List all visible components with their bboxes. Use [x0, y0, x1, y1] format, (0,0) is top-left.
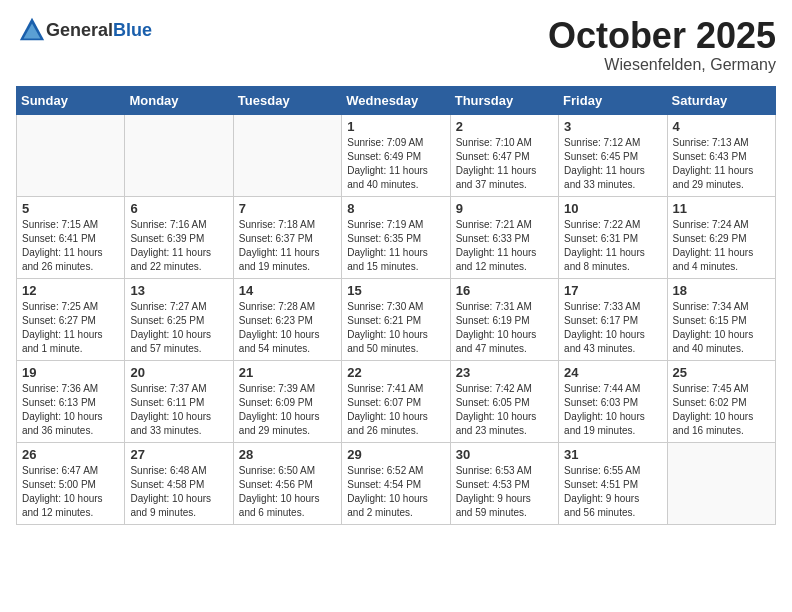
- day-number: 26: [22, 447, 119, 462]
- day-number: 30: [456, 447, 553, 462]
- day-number: 14: [239, 283, 336, 298]
- calendar-cell: 2Sunrise: 7:10 AMSunset: 6:47 PMDaylight…: [450, 114, 558, 196]
- day-number: 5: [22, 201, 119, 216]
- weekday-header-thursday: Thursday: [450, 86, 558, 114]
- day-info: Sunrise: 7:31 AMSunset: 6:19 PMDaylight:…: [456, 300, 553, 356]
- day-info: Sunrise: 7:34 AMSunset: 6:15 PMDaylight:…: [673, 300, 770, 356]
- day-number: 22: [347, 365, 444, 380]
- day-number: 29: [347, 447, 444, 462]
- day-info: Sunrise: 7:12 AMSunset: 6:45 PMDaylight:…: [564, 136, 661, 192]
- calendar-cell: 17Sunrise: 7:33 AMSunset: 6:17 PMDayligh…: [559, 278, 667, 360]
- weekday-header-tuesday: Tuesday: [233, 86, 341, 114]
- day-number: 21: [239, 365, 336, 380]
- calendar-week-row: 19Sunrise: 7:36 AMSunset: 6:13 PMDayligh…: [17, 360, 776, 442]
- day-info: Sunrise: 7:18 AMSunset: 6:37 PMDaylight:…: [239, 218, 336, 274]
- calendar-cell: 16Sunrise: 7:31 AMSunset: 6:19 PMDayligh…: [450, 278, 558, 360]
- day-number: 24: [564, 365, 661, 380]
- day-number: 18: [673, 283, 770, 298]
- calendar-week-row: 1Sunrise: 7:09 AMSunset: 6:49 PMDaylight…: [17, 114, 776, 196]
- day-number: 10: [564, 201, 661, 216]
- calendar-cell: 10Sunrise: 7:22 AMSunset: 6:31 PMDayligh…: [559, 196, 667, 278]
- day-info: Sunrise: 6:50 AMSunset: 4:56 PMDaylight:…: [239, 464, 336, 520]
- day-info: Sunrise: 7:41 AMSunset: 6:07 PMDaylight:…: [347, 382, 444, 438]
- calendar-cell: [667, 442, 775, 524]
- calendar-cell: 11Sunrise: 7:24 AMSunset: 6:29 PMDayligh…: [667, 196, 775, 278]
- month-title: October 2025: [548, 16, 776, 56]
- day-number: 12: [22, 283, 119, 298]
- title-section: October 2025 Wiesenfelden, Germany: [548, 16, 776, 74]
- calendar-cell: [233, 114, 341, 196]
- calendar-cell: 4Sunrise: 7:13 AMSunset: 6:43 PMDaylight…: [667, 114, 775, 196]
- day-number: 15: [347, 283, 444, 298]
- day-number: 4: [673, 119, 770, 134]
- calendar-cell: 18Sunrise: 7:34 AMSunset: 6:15 PMDayligh…: [667, 278, 775, 360]
- weekday-header-monday: Monday: [125, 86, 233, 114]
- calendar-cell: 14Sunrise: 7:28 AMSunset: 6:23 PMDayligh…: [233, 278, 341, 360]
- calendar-cell: 12Sunrise: 7:25 AMSunset: 6:27 PMDayligh…: [17, 278, 125, 360]
- day-info: Sunrise: 7:30 AMSunset: 6:21 PMDaylight:…: [347, 300, 444, 356]
- day-info: Sunrise: 7:36 AMSunset: 6:13 PMDaylight:…: [22, 382, 119, 438]
- day-number: 8: [347, 201, 444, 216]
- calendar-cell: 6Sunrise: 7:16 AMSunset: 6:39 PMDaylight…: [125, 196, 233, 278]
- calendar-cell: 1Sunrise: 7:09 AMSunset: 6:49 PMDaylight…: [342, 114, 450, 196]
- calendar-cell: 26Sunrise: 6:47 AMSunset: 5:00 PMDayligh…: [17, 442, 125, 524]
- weekday-header-saturday: Saturday: [667, 86, 775, 114]
- calendar-cell: 9Sunrise: 7:21 AMSunset: 6:33 PMDaylight…: [450, 196, 558, 278]
- day-info: Sunrise: 6:52 AMSunset: 4:54 PMDaylight:…: [347, 464, 444, 520]
- weekday-header-friday: Friday: [559, 86, 667, 114]
- calendar-table: SundayMondayTuesdayWednesdayThursdayFrid…: [16, 86, 776, 525]
- day-info: Sunrise: 7:37 AMSunset: 6:11 PMDaylight:…: [130, 382, 227, 438]
- calendar-cell: 3Sunrise: 7:12 AMSunset: 6:45 PMDaylight…: [559, 114, 667, 196]
- weekday-header-sunday: Sunday: [17, 86, 125, 114]
- day-number: 27: [130, 447, 227, 462]
- day-info: Sunrise: 7:09 AMSunset: 6:49 PMDaylight:…: [347, 136, 444, 192]
- calendar-cell: 8Sunrise: 7:19 AMSunset: 6:35 PMDaylight…: [342, 196, 450, 278]
- day-number: 9: [456, 201, 553, 216]
- day-info: Sunrise: 7:44 AMSunset: 6:03 PMDaylight:…: [564, 382, 661, 438]
- logo-general: General: [46, 20, 113, 40]
- day-number: 16: [456, 283, 553, 298]
- day-info: Sunrise: 7:21 AMSunset: 6:33 PMDaylight:…: [456, 218, 553, 274]
- day-number: 17: [564, 283, 661, 298]
- day-number: 20: [130, 365, 227, 380]
- weekday-header-wednesday: Wednesday: [342, 86, 450, 114]
- day-info: Sunrise: 7:22 AMSunset: 6:31 PMDaylight:…: [564, 218, 661, 274]
- day-number: 28: [239, 447, 336, 462]
- calendar-cell: 27Sunrise: 6:48 AMSunset: 4:58 PMDayligh…: [125, 442, 233, 524]
- calendar-cell: 7Sunrise: 7:18 AMSunset: 6:37 PMDaylight…: [233, 196, 341, 278]
- calendar-cell: 15Sunrise: 7:30 AMSunset: 6:21 PMDayligh…: [342, 278, 450, 360]
- day-info: Sunrise: 7:33 AMSunset: 6:17 PMDaylight:…: [564, 300, 661, 356]
- logo: GeneralBlue: [16, 16, 152, 44]
- day-number: 13: [130, 283, 227, 298]
- day-info: Sunrise: 7:42 AMSunset: 6:05 PMDaylight:…: [456, 382, 553, 438]
- calendar-cell: 23Sunrise: 7:42 AMSunset: 6:05 PMDayligh…: [450, 360, 558, 442]
- day-number: 7: [239, 201, 336, 216]
- page-header: GeneralBlue October 2025 Wiesenfelden, G…: [16, 16, 776, 74]
- day-number: 19: [22, 365, 119, 380]
- logo-blue: Blue: [113, 20, 152, 40]
- day-info: Sunrise: 6:55 AMSunset: 4:51 PMDaylight:…: [564, 464, 661, 520]
- day-info: Sunrise: 7:28 AMSunset: 6:23 PMDaylight:…: [239, 300, 336, 356]
- day-number: 3: [564, 119, 661, 134]
- day-number: 23: [456, 365, 553, 380]
- calendar-cell: 30Sunrise: 6:53 AMSunset: 4:53 PMDayligh…: [450, 442, 558, 524]
- day-info: Sunrise: 7:10 AMSunset: 6:47 PMDaylight:…: [456, 136, 553, 192]
- day-number: 1: [347, 119, 444, 134]
- day-info: Sunrise: 6:47 AMSunset: 5:00 PMDaylight:…: [22, 464, 119, 520]
- calendar-week-row: 26Sunrise: 6:47 AMSunset: 5:00 PMDayligh…: [17, 442, 776, 524]
- day-info: Sunrise: 6:53 AMSunset: 4:53 PMDaylight:…: [456, 464, 553, 520]
- day-info: Sunrise: 7:16 AMSunset: 6:39 PMDaylight:…: [130, 218, 227, 274]
- day-info: Sunrise: 7:15 AMSunset: 6:41 PMDaylight:…: [22, 218, 119, 274]
- day-info: Sunrise: 7:27 AMSunset: 6:25 PMDaylight:…: [130, 300, 227, 356]
- day-number: 11: [673, 201, 770, 216]
- day-info: Sunrise: 6:48 AMSunset: 4:58 PMDaylight:…: [130, 464, 227, 520]
- calendar-cell: 21Sunrise: 7:39 AMSunset: 6:09 PMDayligh…: [233, 360, 341, 442]
- day-info: Sunrise: 7:45 AMSunset: 6:02 PMDaylight:…: [673, 382, 770, 438]
- calendar-cell: 13Sunrise: 7:27 AMSunset: 6:25 PMDayligh…: [125, 278, 233, 360]
- calendar-cell: [125, 114, 233, 196]
- day-number: 2: [456, 119, 553, 134]
- day-info: Sunrise: 7:39 AMSunset: 6:09 PMDaylight:…: [239, 382, 336, 438]
- calendar-cell: [17, 114, 125, 196]
- calendar-cell: 20Sunrise: 7:37 AMSunset: 6:11 PMDayligh…: [125, 360, 233, 442]
- calendar-week-row: 12Sunrise: 7:25 AMSunset: 6:27 PMDayligh…: [17, 278, 776, 360]
